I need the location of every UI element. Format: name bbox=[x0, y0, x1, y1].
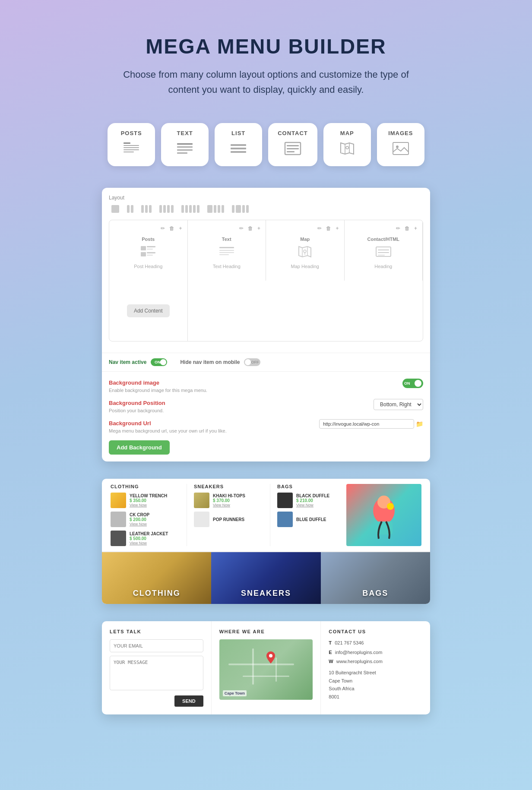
svg-rect-9 bbox=[231, 144, 246, 146]
header-section: MEGA MENU BUILDER Choose from many colum… bbox=[115, 26, 417, 101]
col-add-text[interactable]: + bbox=[256, 224, 261, 232]
page-title: MEGA MENU BUILDER bbox=[115, 35, 417, 58]
mm-item-price-1: $ 200.00 bbox=[130, 517, 149, 522]
add-content-button[interactable]: Add Content bbox=[127, 304, 170, 317]
mm-divider-2 bbox=[270, 484, 270, 546]
bg-url-browse-icon[interactable]: 📁 bbox=[416, 420, 423, 427]
col-delete-map[interactable]: 🗑 bbox=[325, 224, 332, 232]
tab-contact[interactable]: CONTACT bbox=[268, 123, 317, 166]
mm-cat-title-bags: BAGS bbox=[277, 484, 338, 489]
mm-item-img-pop-runners bbox=[194, 512, 209, 527]
lets-talk-email-input[interactable] bbox=[110, 639, 203, 652]
mm-item-view-s1[interactable]: View Now bbox=[213, 503, 245, 507]
mm-big-sneakers: SNEAKERS bbox=[211, 552, 320, 604]
mm-item-view-1[interactable]: View Now bbox=[130, 522, 149, 526]
mm-item-view-b1[interactable]: View Now bbox=[296, 503, 329, 507]
lets-talk-title: LETS TALK bbox=[110, 629, 203, 634]
svg-rect-29 bbox=[219, 252, 234, 253]
svg-rect-27 bbox=[219, 247, 234, 248]
mm-item-name-s2: POP RUNNERS bbox=[213, 517, 244, 522]
col-delete-posts[interactable]: 🗑 bbox=[168, 224, 175, 232]
layout-4col[interactable] bbox=[157, 203, 176, 215]
lets-talk-message-textarea[interactable] bbox=[110, 656, 203, 690]
svg-rect-21 bbox=[141, 246, 146, 250]
layout-1col[interactable] bbox=[109, 203, 122, 215]
svg-point-20 bbox=[396, 145, 399, 148]
mm-item-view-2[interactable]: View Now bbox=[130, 541, 168, 545]
bg-image-desc: Enable background image for this mega me… bbox=[109, 388, 207, 393]
col-add-posts[interactable]: + bbox=[178, 224, 183, 232]
tab-posts[interactable]: POSTS bbox=[108, 123, 155, 166]
col-add-map[interactable]: + bbox=[335, 224, 339, 232]
bg-image-toggle-text: ON bbox=[404, 381, 410, 386]
contact-website: W www.heroplugins.com bbox=[329, 658, 422, 665]
nav-active-toggle[interactable]: ON bbox=[151, 358, 167, 366]
contact-section: LETS TALK SEND WHERE WE ARE Cape Town bbox=[102, 621, 430, 714]
columns-row: ✏ 🗑 + Posts bbox=[109, 220, 423, 341]
col-delete-text[interactable]: 🗑 bbox=[247, 224, 254, 232]
bg-image-toggle[interactable]: ON bbox=[402, 379, 423, 388]
hide-mobile-toggle-group: Hide nav item on mobile OFF bbox=[180, 358, 260, 366]
svg-rect-26 bbox=[147, 255, 153, 256]
svg-rect-14 bbox=[287, 148, 299, 149]
layout-wide-narrow[interactable] bbox=[205, 203, 227, 215]
hide-mobile-toggle[interactable]: OFF bbox=[244, 358, 260, 366]
layout-2col[interactable] bbox=[124, 203, 136, 215]
layout-label: Layout bbox=[109, 195, 423, 201]
bg-image-knob bbox=[415, 380, 421, 387]
col-delete-contact[interactable]: 🗑 bbox=[404, 224, 411, 232]
col-add-contact[interactable]: + bbox=[413, 224, 418, 232]
tab-images[interactable]: IMAGES bbox=[377, 123, 424, 166]
contact-email: E info@heroplugins.com bbox=[329, 649, 422, 656]
svg-rect-7 bbox=[177, 149, 193, 151]
mm-item-price-s1: $ 370.00 bbox=[213, 498, 245, 503]
mm-big-preview: CLOTHING SNEAKERS BAGS bbox=[102, 552, 430, 604]
tab-list[interactable]: LIST bbox=[215, 123, 262, 166]
nav-active-label: Nav item active bbox=[109, 359, 146, 365]
svg-point-33 bbox=[304, 250, 306, 253]
mm-item-clothing-2: CK CROP $ 200.00 View Now bbox=[111, 512, 171, 527]
layout-3col[interactable] bbox=[139, 203, 154, 215]
tab-text[interactable]: TEXT bbox=[161, 123, 209, 166]
mm-item-img-blue-duffle bbox=[277, 512, 293, 527]
layout-5col[interactable] bbox=[179, 203, 202, 215]
bg-url-desc: Mega menu background url, use your own u… bbox=[109, 428, 227, 433]
page-subtitle: Choose from many column layout options a… bbox=[115, 67, 417, 97]
col-edit-posts[interactable]: ✏ bbox=[160, 224, 166, 232]
contact-us-title: CONTACT US bbox=[329, 629, 422, 634]
col-add-content: Add Content bbox=[109, 281, 188, 341]
mm-item-price-b1: $ 210.00 bbox=[296, 498, 329, 503]
svg-rect-15 bbox=[287, 151, 294, 152]
mm-item-img-ck-crop bbox=[111, 512, 126, 527]
col-type-text: Text bbox=[222, 237, 231, 242]
bg-url-left: Background Url Mega menu background url,… bbox=[109, 419, 227, 433]
bg-position-left: Background Position Position your backgr… bbox=[109, 399, 165, 413]
mm-category-clothing: CLOTHING YELLOW TRENCH $ 350.00 View Now… bbox=[111, 484, 180, 546]
nav-toggles: Nav item active ON Hide nav item on mobi… bbox=[102, 353, 430, 371]
col-edit-map[interactable]: ✏ bbox=[317, 224, 323, 232]
col-icon-posts bbox=[140, 244, 156, 262]
map-placeholder: Cape Town bbox=[219, 639, 313, 700]
mm-item-view-0[interactable]: View Now bbox=[130, 503, 167, 507]
tab-map[interactable]: MAP bbox=[323, 123, 371, 166]
bg-image-left: Background image Enable background image… bbox=[109, 379, 207, 393]
svg-rect-22 bbox=[147, 246, 155, 247]
svg-rect-37 bbox=[378, 252, 389, 253]
col-edit-text[interactable]: ✏ bbox=[238, 224, 244, 232]
mm-item-name-b1: BLACK DUFFLE bbox=[296, 493, 329, 498]
svg-point-43 bbox=[269, 654, 272, 657]
col-edit-contact[interactable]: ✏ bbox=[395, 224, 401, 232]
layout-narrow-wide[interactable] bbox=[229, 203, 251, 215]
mm-big-label-clothing: CLOTHING bbox=[133, 589, 180, 598]
mm-item-clothing-3: LEATHER JACKET $ 500.00 View Now bbox=[111, 531, 171, 546]
text-icon bbox=[176, 141, 193, 159]
page-wrapper: MEGA MENU BUILDER Choose from many colum… bbox=[0, 0, 532, 740]
bg-url-input[interactable] bbox=[319, 419, 414, 429]
where-we-are-title: WHERE WE ARE bbox=[219, 629, 313, 634]
mm-item-name-s1: KHAKI HI-TOPS bbox=[213, 493, 245, 498]
send-button[interactable]: SEND bbox=[174, 695, 203, 707]
svg-point-18 bbox=[346, 146, 348, 149]
bg-position-select[interactable]: Bottom, Right bbox=[374, 399, 423, 410]
list-icon bbox=[230, 141, 247, 159]
add-background-button[interactable]: Add Background bbox=[109, 440, 170, 455]
